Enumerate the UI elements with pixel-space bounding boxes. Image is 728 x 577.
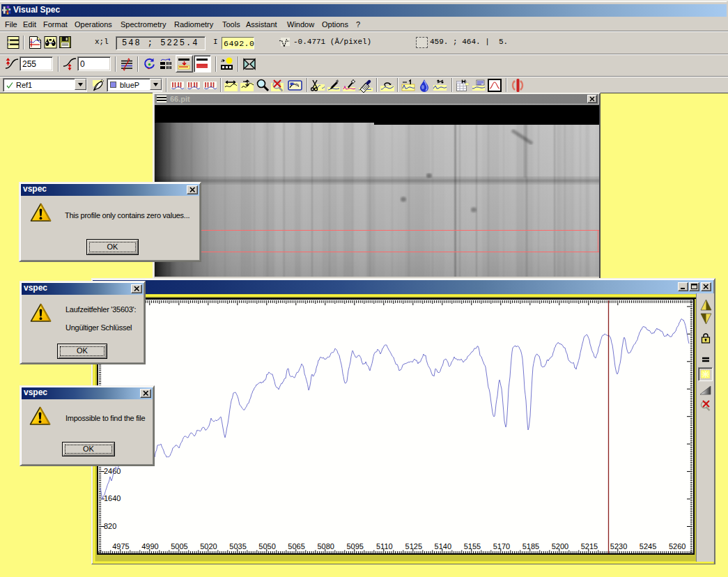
svg-text:5185: 5185 — [522, 542, 539, 551]
svg-text:5035: 5035 — [229, 542, 246, 551]
svg-text:5200: 5200 — [552, 542, 568, 551]
svg-text:5095: 5095 — [346, 542, 363, 551]
svg-text:5245: 5245 — [640, 542, 656, 551]
svg-text:5230: 5230 — [610, 542, 627, 551]
svg-text:5170: 5170 — [493, 542, 510, 551]
svg-text:5125: 5125 — [405, 542, 422, 551]
svg-text:5155: 5155 — [464, 542, 481, 551]
svg-text:5005: 5005 — [171, 542, 187, 551]
svg-text:4975: 4975 — [112, 542, 129, 551]
svg-text:5080: 5080 — [317, 542, 334, 551]
svg-text:5065: 5065 — [288, 542, 304, 551]
svg-text:5260: 5260 — [669, 542, 686, 551]
svg-text:5110: 5110 — [376, 542, 393, 551]
svg-text:1640: 1640 — [104, 494, 121, 502]
svg-text:820: 820 — [104, 522, 116, 530]
svg-text:5140: 5140 — [435, 542, 451, 551]
svg-text:5020: 5020 — [200, 542, 217, 551]
svg-text:4990: 4990 — [141, 542, 158, 551]
svg-text:5215: 5215 — [581, 542, 598, 551]
svg-text:5050: 5050 — [258, 542, 275, 551]
